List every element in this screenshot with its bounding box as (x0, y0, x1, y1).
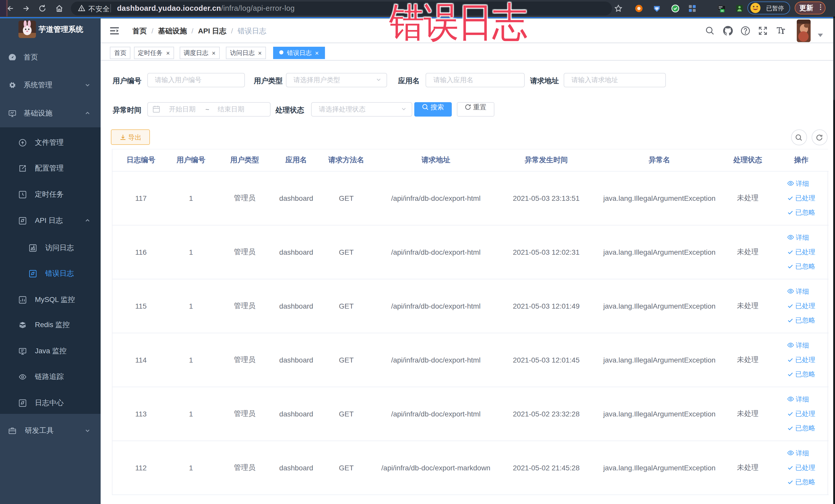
svg-text:on: on (721, 9, 724, 12)
